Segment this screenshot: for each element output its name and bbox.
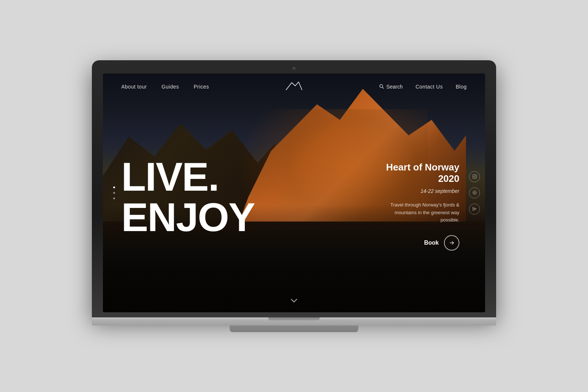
svg-line-1 <box>383 87 384 89</box>
tour-title: Heart of Norway 2020 <box>386 162 459 184</box>
slide-dots <box>113 186 115 199</box>
arrow-right-icon <box>449 240 454 245</box>
tour-description: Travel through Norway's fjords & mountai… <box>386 201 459 224</box>
hero-line1: LIVE. <box>121 157 255 197</box>
svg-point-6 <box>473 191 476 195</box>
nav-blog[interactable]: Blog <box>456 84 467 90</box>
nav-about-tour[interactable]: About tour <box>121 84 147 90</box>
tour-date: 14-22 september <box>386 188 459 194</box>
send-icon[interactable] <box>469 204 480 215</box>
dot-2[interactable] <box>113 192 115 194</box>
navbar: About tour Guides Prices Sea <box>103 73 485 100</box>
dot-1[interactable] <box>113 186 115 188</box>
search-icon <box>379 84 384 89</box>
hero-line2: ENJOY <box>121 197 255 237</box>
svg-marker-8 <box>473 207 476 211</box>
laptop-base <box>92 317 496 326</box>
dot-3[interactable] <box>113 197 115 199</box>
nav-left: About tour Guides Prices <box>121 84 209 90</box>
social-icons-panel <box>469 171 480 215</box>
laptop-hinge <box>268 317 320 320</box>
book-arrow-icon <box>444 235 459 251</box>
book-button[interactable]: Book <box>386 235 459 251</box>
scroll-down-indicator[interactable] <box>290 298 298 304</box>
laptop-camera <box>293 67 295 70</box>
logo-mountain-icon <box>285 80 303 91</box>
chevron-down-icon <box>290 298 298 303</box>
nav-contact[interactable]: Contact Us <box>416 84 443 90</box>
svg-rect-3 <box>473 175 477 179</box>
svg-point-7 <box>474 192 475 193</box>
svg-point-4 <box>474 176 475 177</box>
svg-point-0 <box>380 84 383 87</box>
nav-guides[interactable]: Guides <box>162 84 179 90</box>
tour-info-panel: Heart of Norway 2020 14-22 september Tra… <box>386 162 459 251</box>
nav-prices[interactable]: Prices <box>194 84 209 90</box>
screen: About tour Guides Prices Sea <box>103 73 485 312</box>
laptop-container: About tour Guides Prices Sea <box>92 60 496 332</box>
instagram-icon[interactable] <box>469 171 480 182</box>
hero-text-block: LIVE. ENJOY <box>121 157 255 237</box>
svg-point-5 <box>475 175 476 176</box>
nav-search[interactable]: Search <box>379 84 402 90</box>
book-label: Book <box>424 240 439 246</box>
search-label: Search <box>386 84 402 90</box>
camera-icon[interactable] <box>469 187 480 198</box>
nav-right: Search Contact Us Blog <box>379 84 467 90</box>
laptop-screen-body: About tour Guides Prices Sea <box>92 60 496 317</box>
laptop-stand <box>230 326 358 332</box>
nav-logo[interactable] <box>285 80 303 93</box>
